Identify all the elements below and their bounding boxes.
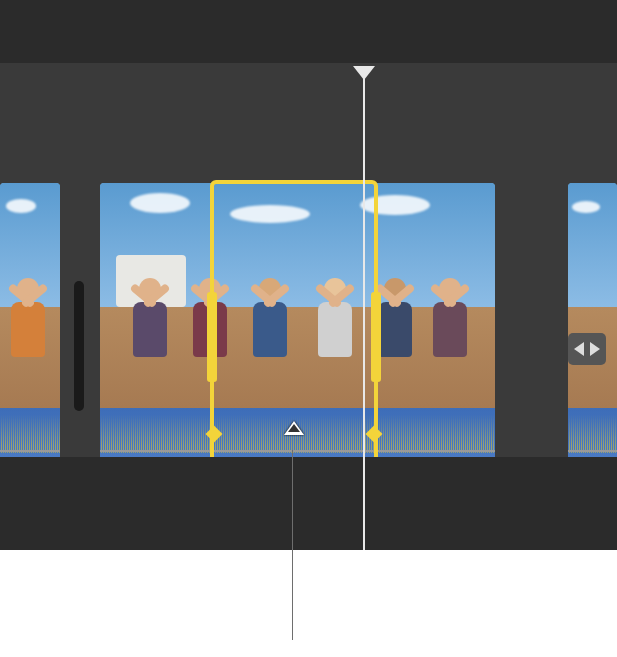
timeline-track-area[interactable] bbox=[0, 63, 617, 457]
timeline-editor-screenshot bbox=[0, 0, 617, 550]
volume-line[interactable] bbox=[0, 450, 60, 452]
timeline-footer-strip bbox=[0, 457, 617, 550]
clip-thumbnail bbox=[100, 183, 495, 408]
transition-icon[interactable] bbox=[568, 333, 606, 365]
volume-line[interactable] bbox=[568, 450, 617, 452]
clip-thumbnail bbox=[568, 183, 617, 408]
timeline-header-strip bbox=[0, 0, 617, 63]
callout-leader-line bbox=[292, 450, 293, 640]
playhead[interactable] bbox=[363, 78, 365, 550]
clip-edge-handle[interactable] bbox=[74, 281, 84, 411]
volume-line[interactable] bbox=[100, 450, 495, 452]
cross-dissolve-icon bbox=[572, 339, 602, 359]
clip-thumbnail bbox=[0, 183, 60, 408]
